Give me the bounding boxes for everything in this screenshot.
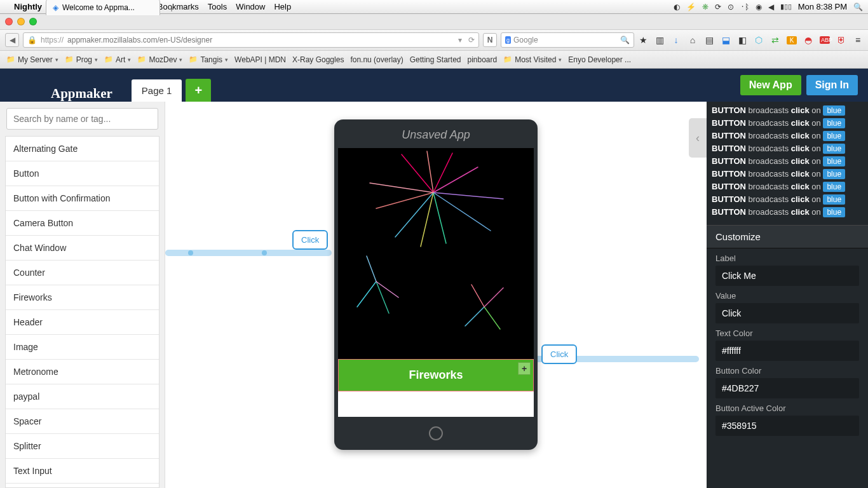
search-icon[interactable]: 🔍 (620, 36, 630, 44)
broadcast-row[interactable]: BUTTON broadcasts click on blue (712, 142, 863, 155)
spotlight-icon[interactable]: 🔍 (853, 3, 863, 11)
add-page-button[interactable]: + (186, 79, 211, 102)
page-tab[interactable]: Page 1 (132, 79, 182, 102)
menu-icon[interactable]: ≡ (853, 35, 863, 45)
mac-menu-item[interactable]: Tools (208, 2, 227, 11)
value-input[interactable] (715, 303, 859, 323)
sign-in-button[interactable]: Sign In (806, 75, 858, 95)
home-icon[interactable]: ⌂ (688, 35, 698, 45)
broadcast-row[interactable]: BUTTON broadcasts click on blue (712, 206, 863, 219)
bookmark-item[interactable]: Enyo Developer ... (568, 55, 631, 64)
toolbar-icon[interactable]: ⬓ (721, 35, 731, 45)
bookmark-item[interactable]: Art (104, 55, 131, 64)
component-item[interactable]: Fireworks (6, 285, 159, 310)
wifi-icon[interactable]: ◉ (756, 3, 762, 11)
wire-label-left[interactable]: Click (292, 230, 328, 250)
home-button-icon[interactable] (429, 426, 443, 440)
right-sidebar-collapse-button[interactable]: ‹ (689, 118, 707, 158)
adblock-icon[interactable]: ABP (820, 36, 830, 44)
component-item[interactable]: Text Input (6, 459, 159, 484)
bookmark-item[interactable]: Tangis (189, 55, 228, 64)
component-item[interactable]: Button (6, 161, 159, 186)
library-icon[interactable]: ▥ (654, 35, 665, 45)
status-icon[interactable]: ◐ (674, 3, 680, 11)
buttonactivecolor-input[interactable] (715, 416, 859, 436)
bookmark-item[interactable]: X-Ray Goggles (292, 55, 344, 64)
toolbar-icon[interactable]: ⬡ (754, 35, 764, 45)
component-list: Alternating GateButtonButton with Confir… (5, 136, 159, 488)
prop-label: Text Color (715, 329, 859, 338)
bookmark-item[interactable]: pinboard (467, 55, 497, 64)
bookmark-item[interactable]: Getting Started (410, 55, 461, 64)
broadcast-row[interactable]: BUTTON broadcasts click on blue (712, 117, 863, 130)
buttoncolor-input[interactable] (715, 378, 859, 398)
new-app-button[interactable]: New App (740, 75, 801, 95)
browser-tab[interactable]: ◈ Welcome to Appma... (46, 0, 160, 15)
broadcast-list: BUTTON broadcasts click on blueBUTTON br… (707, 102, 868, 221)
nav-back-button[interactable]: ◀ (5, 33, 19, 47)
toolbar-icon[interactable]: ▤ (704, 35, 714, 45)
toolbar-icon[interactable]: ⛨ (836, 35, 846, 45)
reader-icon[interactable]: N (483, 33, 497, 47)
broadcast-row[interactable]: BUTTON broadcasts click on blue (712, 168, 863, 180)
bookmark-item[interactable]: My Server (6, 55, 58, 64)
add-listener-button[interactable]: + (518, 362, 531, 375)
toolbar-icon[interactable]: ⇄ (770, 35, 780, 45)
mac-menu-item[interactable]: Help (274, 2, 291, 11)
new-tab-button[interactable]: + (164, 3, 179, 15)
component-item[interactable]: Image (6, 335, 159, 360)
window-close-icon[interactable] (5, 18, 13, 25)
app-menu[interactable]: Nightly (14, 2, 42, 11)
downloads-icon[interactable]: ↓ (671, 35, 681, 45)
fireworks-canvas[interactable] (338, 148, 534, 359)
broadcast-row[interactable]: BUTTON broadcasts click on blue (712, 155, 863, 168)
url-bar[interactable]: 🔒 https://appmaker.mozillalabs.com/en-US… (23, 32, 479, 48)
textcolor-input[interactable] (715, 341, 859, 361)
status-icon[interactable]: ⚡ (686, 3, 696, 11)
component-item[interactable]: Camera Button (6, 211, 159, 236)
battery-icon[interactable]: ▮▯▯ (780, 3, 792, 11)
design-canvas[interactable]: Click Click Unsaved App (165, 102, 707, 488)
toolbar-icon[interactable]: ◓ (803, 35, 813, 45)
component-item[interactable]: Spacer (6, 409, 159, 434)
app-root: Appmaker Page 1 + New App Sign In Altern… (0, 69, 868, 488)
component-item[interactable]: Counter (6, 261, 159, 285)
component-item[interactable]: Chat Window (6, 236, 159, 261)
evernote-icon[interactable]: ❋ (702, 3, 709, 11)
clock[interactable]: Mon 8:38 PM (798, 2, 847, 11)
bookmark-item[interactable]: Most Visited (503, 55, 562, 64)
toolbar-icon[interactable]: K (787, 36, 797, 44)
wire-label-right[interactable]: Click (541, 344, 577, 364)
broadcast-row[interactable]: BUTTON broadcasts click on blue (712, 130, 863, 142)
svg-line-10 (370, 183, 433, 193)
bookmark-star-icon[interactable]: ★ (638, 35, 648, 45)
bluetooth-icon[interactable]: ᛫ᛒ (740, 3, 749, 11)
broadcast-row[interactable]: BUTTON broadcasts click on blue (712, 193, 863, 206)
fireworks-button[interactable]: Fireworks + (338, 359, 534, 391)
window-minimize-icon[interactable] (17, 18, 25, 25)
toolbar-icon[interactable]: ◧ (737, 35, 747, 45)
search-input[interactable]: g Google 🔍 (501, 32, 634, 48)
status-icon[interactable]: ⊙ (728, 3, 734, 11)
component-item[interactable]: Button with Confirmation (6, 186, 159, 211)
mac-menu-item[interactable]: Window (236, 2, 265, 11)
broadcast-row[interactable]: BUTTON broadcasts click on blue (712, 104, 863, 117)
bookmark-item[interactable]: WebAPI | MDN (234, 55, 286, 64)
reload-icon[interactable]: ▾ ⟳ (458, 36, 475, 44)
volume-icon[interactable]: ◀ (768, 3, 774, 11)
bookmark-item[interactable]: Prog (65, 55, 98, 64)
status-icon[interactable]: ⟳ (715, 3, 721, 11)
bookmark-item[interactable]: MozDev (137, 55, 182, 64)
component-item[interactable]: Splitter (6, 434, 159, 459)
component-item[interactable]: paypal (6, 384, 159, 409)
phone-frame: Unsaved App (334, 119, 538, 450)
app-title: Unsaved App (334, 119, 538, 148)
label-input[interactable] (715, 266, 859, 286)
bookmark-item[interactable]: fon.nu (overlay) (350, 55, 403, 64)
component-search-input[interactable] (6, 108, 158, 130)
component-item[interactable]: Header (6, 310, 159, 335)
component-item[interactable]: Alternating Gate (6, 137, 159, 161)
broadcast-row[interactable]: BUTTON broadcasts click on blue (712, 180, 863, 193)
component-item[interactable]: Metronome (6, 360, 159, 384)
window-maximize-icon[interactable] (29, 18, 37, 25)
